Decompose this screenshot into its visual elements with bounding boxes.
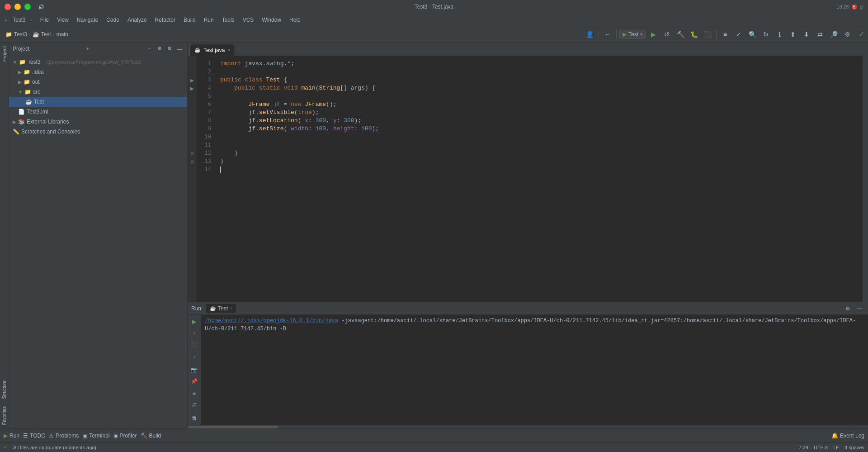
run-tab-test[interactable]: ☕ Test × <box>206 304 236 313</box>
run-list-button[interactable]: ≡ <box>189 388 199 398</box>
menu-item-navigate[interactable]: Navigate <box>73 15 102 24</box>
minimize-button[interactable] <box>14 4 21 10</box>
toolbar-share-icon[interactable]: ⇄ <box>814 29 826 40</box>
run-print-button[interactable]: 🖨 <box>189 400 199 410</box>
menu-item-help[interactable]: Help <box>286 15 304 24</box>
menu-item-window[interactable]: Window <box>258 15 285 24</box>
bottom-tool-problems[interactable]: ⚠ Problems <box>49 433 79 439</box>
gutter-8 <box>188 117 197 125</box>
toolbar-info-icon[interactable]: ℹ <box>774 29 785 40</box>
run-clear-button[interactable]: 🗑 <box>189 413 199 423</box>
project-action-close[interactable]: — <box>175 45 184 53</box>
rerun-button[interactable]: ↺ <box>661 29 673 40</box>
run-pin-button[interactable]: 📌 <box>189 376 199 386</box>
tree-label-idea: .idea <box>32 69 44 75</box>
toolbar-list-icon[interactable]: ≡ <box>719 29 731 40</box>
back-button[interactable]: ← <box>602 29 613 40</box>
tree-item-scratches[interactable]: ✏️ Scratches and Consoles <box>9 127 187 137</box>
project-panel-header: Project ▾ ≡ ⚙ ⚙ — <box>9 43 187 55</box>
menu-item-code[interactable]: Code <box>103 15 123 24</box>
menu-item-refactor[interactable]: Refactor <box>151 15 179 24</box>
breadcrumb-main[interactable]: main <box>57 31 68 38</box>
tree-item-test[interactable]: ☕ Test <box>9 97 187 107</box>
gutter-2 <box>188 68 197 76</box>
run-panel-settings[interactable]: ⚙ <box>843 304 853 314</box>
tree-item-iml[interactable]: 📄 Test3.iml <box>9 107 187 117</box>
bottom-toolbar-right: 🔔 Event Log <box>831 433 864 439</box>
menu-item-build[interactable]: Build <box>180 15 199 24</box>
encoding[interactable]: UTF-8 <box>814 445 828 450</box>
debug-button[interactable]: 🐛 <box>688 29 700 40</box>
breadcrumb-test[interactable]: ☕ Test <box>33 31 51 38</box>
project-action-gear[interactable]: ⚙ <box>165 45 174 53</box>
tree-item-src[interactable]: ▼ 📁 src <box>9 87 187 97</box>
bottom-tool-todo[interactable]: ☰ TODO <box>23 433 45 439</box>
run-config-dropdown[interactable]: ▶ Test ▾ <box>619 30 646 39</box>
tab-close-button[interactable]: × <box>227 48 230 52</box>
editor-scrollbar[interactable] <box>863 56 868 302</box>
line-ending[interactable]: LF <box>833 445 839 450</box>
run-panel-minimize[interactable]: — <box>854 304 864 314</box>
gutter-6 <box>188 100 197 109</box>
tree-item-ext-libs[interactable]: ▶ 📚 External Libraries <box>9 117 187 127</box>
run-scroll-down[interactable]: ↓ <box>189 352 199 362</box>
maximize-button[interactable] <box>24 4 31 10</box>
run-stop-button[interactable]: ⬛ <box>189 340 199 350</box>
bottom-panel-content: ▶ ↑ ⬛ ↓ 📷 📌 ≡ 🖨 🗑 <box>188 315 868 425</box>
stop-button[interactable]: ⬛ <box>702 29 713 40</box>
toolbar-refresh-icon[interactable]: ↻ <box>760 29 772 40</box>
cursor-position[interactable]: 7:29 <box>799 445 808 450</box>
tree-item-out[interactable]: ▶ 📁 out <box>9 77 187 87</box>
bottom-tool-build[interactable]: 🔨 Build <box>141 433 161 439</box>
code-line-9: jf. setSize ( width : 100 , height : 100… <box>220 125 857 133</box>
code-line-8: jf. setLocation ( x : 300 , y : 300 ); <box>220 117 857 125</box>
project-panel-label[interactable]: Project <box>1 43 8 65</box>
bottom-tool-profiler[interactable]: ◉ Profiler <box>113 433 137 439</box>
search-everywhere-icon[interactable]: 🔎 <box>828 29 840 40</box>
project-dropdown-icon[interactable]: ▾ <box>86 46 89 52</box>
run-rerun-button[interactable]: ▶ <box>189 317 199 327</box>
tree-item-root[interactable]: ▼ 📁 Test3 ~/Документы/Programming/JAVA_P… <box>9 57 187 67</box>
build-button[interactable]: 🔨 <box>675 29 686 40</box>
toolbar-download-icon[interactable]: ⬇ <box>801 29 812 40</box>
bottom-tool-run[interactable]: ▶ Run <box>4 433 19 439</box>
project-action-scroll[interactable]: ≡ <box>146 45 154 53</box>
run-scroll-up[interactable]: ↑ <box>189 328 199 338</box>
breadcrumb-test3[interactable]: 📁 Test3 <box>5 29 27 39</box>
run-snapshot-button[interactable]: 📷 <box>189 365 199 375</box>
favorites-panel-label[interactable]: Favorites <box>1 403 8 428</box>
menu-item-tools[interactable]: Tools <box>218 15 238 24</box>
status-bar-right: 7:29 UTF-8 LF 4 spaces <box>799 445 864 450</box>
run-tab-close[interactable]: × <box>230 306 232 311</box>
menu-item-view[interactable]: View <box>53 15 72 24</box>
run-scrollbar[interactable] <box>188 425 868 428</box>
toolbar-search-icon[interactable]: 🔍 <box>746 29 758 40</box>
window-controls: 🔊 <box>5 4 44 10</box>
code-line-13: } <box>220 157 857 166</box>
menu-item-file[interactable]: File <box>37 15 52 24</box>
menu-item-run[interactable]: Run <box>200 15 217 24</box>
editor-area: ☕ Test.java × ▶ ▶ <box>188 43 868 428</box>
code-content[interactable]: import javax.swing.*; public class Test … <box>215 56 863 302</box>
settings-icon[interactable]: ⚙ <box>841 29 853 40</box>
tree-item-idea[interactable]: ▶ 📁 .idea <box>9 67 187 77</box>
editor-tab-test-java[interactable]: ☕ Test.java × <box>189 44 235 56</box>
app-logo[interactable]: ← <box>4 16 10 24</box>
indent[interactable]: 4 spaces <box>844 445 864 450</box>
menu-item-vcs[interactable]: VCS <box>239 15 258 24</box>
project-action-settings[interactable]: ⚙ <box>156 45 164 53</box>
user-icon[interactable]: 👤 <box>584 29 596 40</box>
profiler-icon: ◉ <box>113 433 118 439</box>
run-button[interactable]: ▶ <box>647 29 659 40</box>
java-path-link[interactable]: /home/ascii/.jdks/openjdk-16.0.1/bin/jav… <box>205 318 338 324</box>
menu-item-analyze[interactable]: Analyze <box>124 15 151 24</box>
expand-icon-src: ▼ <box>18 90 23 95</box>
toolbar-check-icon[interactable]: ✓ <box>733 29 745 40</box>
structure-panel-label[interactable]: Structure <box>1 377 8 403</box>
java-icon-test: ☕ <box>25 99 32 105</box>
event-log-button[interactable]: 🔔 Event Log <box>831 433 864 439</box>
toolbar-upload-icon[interactable]: ⬆ <box>787 29 799 40</box>
bottom-tool-terminal[interactable]: ▣ Terminal <box>82 433 109 439</box>
close-button[interactable] <box>5 4 11 10</box>
project-panel: Project ▾ ≡ ⚙ ⚙ — ▼ 📁 Test3 ~/Документы/… <box>9 43 188 428</box>
